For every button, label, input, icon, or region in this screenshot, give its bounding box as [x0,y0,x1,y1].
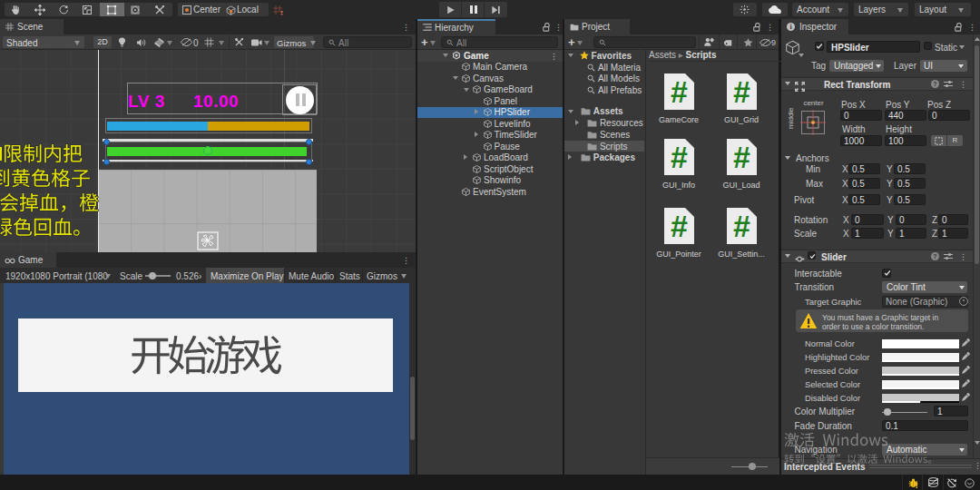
svg-text:#: # [671,140,688,174]
svg-text:#: # [733,140,750,174]
svg-text:#: # [733,74,750,109]
svg-text:#: # [671,74,688,109]
svg-text:#: # [733,209,750,243]
svg-text:#: # [671,209,688,243]
